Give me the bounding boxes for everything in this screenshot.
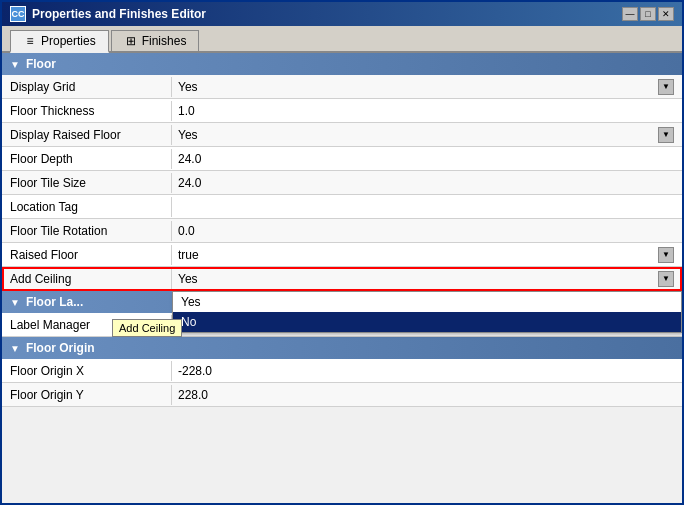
label-display-raised-floor: Display Raised Floor <box>2 125 172 145</box>
floor-label-section-label: Floor La... <box>26 295 83 309</box>
input-floor-depth[interactable] <box>176 151 678 167</box>
section-floor-header[interactable]: ▼ Floor <box>2 53 682 75</box>
select-wrapper-display-grid: Yes ▼ <box>176 79 678 95</box>
value-raised-floor: true ▼ <box>172 245 682 265</box>
property-row-floor-origin-y: Floor Origin Y <box>2 383 682 407</box>
title-bar-left: CC Properties and Finishes Editor <box>10 6 206 22</box>
label-floor-tile-rotation: Floor Tile Rotation <box>2 221 172 241</box>
label-floor-tile-size: Floor Tile Size <box>2 173 172 193</box>
label-floor-origin-y: Floor Origin Y <box>2 385 172 405</box>
tab-bar: ≡ Properties ⊞ Finishes <box>2 26 682 53</box>
property-row-display-grid: Display Grid Yes ▼ <box>2 75 682 99</box>
input-floor-thickness[interactable] <box>176 103 678 119</box>
tab-properties-label: Properties <box>41 34 96 48</box>
value-floor-origin-x <box>172 361 682 381</box>
app-icon: CC <box>10 6 26 22</box>
input-floor-origin-x[interactable] <box>176 363 678 379</box>
close-button[interactable]: ✕ <box>658 7 674 21</box>
property-row-floor-depth: Floor Depth <box>2 147 682 171</box>
label-floor-thickness: Floor Thickness <box>2 101 172 121</box>
label-add-ceiling: Add Ceiling <box>2 269 172 289</box>
dropdown-item-no[interactable]: No <box>173 312 681 332</box>
main-window: CC Properties and Finishes Editor — □ ✕ … <box>0 0 684 505</box>
property-row-location-tag: Location Tag <box>2 195 682 219</box>
window-controls: — □ ✕ <box>622 7 674 21</box>
value-floor-depth <box>172 149 682 169</box>
add-ceiling-tooltip: Add Ceiling <box>112 319 182 337</box>
display-raised-floor-dropdown-arrow[interactable]: ▼ <box>658 127 674 143</box>
tab-finishes[interactable]: ⊞ Finishes <box>111 30 200 51</box>
value-floor-thickness <box>172 101 682 121</box>
add-ceiling-dropdown-arrow[interactable]: ▼ <box>658 271 674 287</box>
value-floor-origin-y <box>172 385 682 405</box>
label-location-tag: Location Tag <box>2 197 172 217</box>
floor-origin-section-arrow: ▼ <box>10 343 20 354</box>
floor-origin-section-label: Floor Origin <box>26 341 95 355</box>
minimize-button[interactable]: — <box>622 7 638 21</box>
floor-label-section-arrow: ▼ <box>10 297 20 308</box>
property-row-display-raised-floor: Display Raised Floor Yes ▼ <box>2 123 682 147</box>
add-ceiling-dropdown: Yes No <box>172 291 682 333</box>
property-row-floor-tile-rotation: Floor Tile Rotation <box>2 219 682 243</box>
title-bar: CC Properties and Finishes Editor — □ ✕ <box>2 2 682 26</box>
property-row-raised-floor: Raised Floor true ▼ <box>2 243 682 267</box>
label-floor-depth: Floor Depth <box>2 149 172 169</box>
tab-finishes-label: Finishes <box>142 34 187 48</box>
floor-section-label: Floor <box>26 57 56 71</box>
property-row-floor-thickness: Floor Thickness <box>2 99 682 123</box>
label-floor-origin-x: Floor Origin X <box>2 361 172 381</box>
property-row-floor-origin-x: Floor Origin X <box>2 359 682 383</box>
raised-floor-value: true <box>176 247 678 263</box>
label-raised-floor: Raised Floor <box>2 245 172 265</box>
select-wrapper-add-ceiling: Yes ▼ <box>176 271 678 287</box>
value-floor-tile-rotation <box>172 221 682 241</box>
floor-section-arrow: ▼ <box>10 59 20 70</box>
add-ceiling-value: Yes <box>176 271 678 287</box>
value-add-ceiling: Yes ▼ <box>172 269 682 289</box>
input-location-tag[interactable] <box>176 199 678 215</box>
value-location-tag <box>172 197 682 217</box>
value-display-grid: Yes ▼ <box>172 77 682 97</box>
bottom-spacer <box>2 407 682 415</box>
input-floor-tile-size[interactable] <box>176 175 678 191</box>
display-grid-value: Yes <box>176 79 678 95</box>
maximize-button[interactable]: □ <box>640 7 656 21</box>
section-floor-origin-header[interactable]: ▼ Floor Origin <box>2 337 682 359</box>
window-title: Properties and Finishes Editor <box>32 7 206 21</box>
value-display-raised-floor: Yes ▼ <box>172 125 682 145</box>
tab-properties[interactable]: ≡ Properties <box>10 30 109 53</box>
select-wrapper-raised-floor: Yes ▼ <box>176 127 678 143</box>
input-floor-origin-y[interactable] <box>176 387 678 403</box>
finishes-tab-icon: ⊞ <box>124 34 138 48</box>
input-floor-tile-rotation[interactable] <box>176 223 678 239</box>
display-raised-floor-value: Yes <box>176 127 678 143</box>
properties-tab-icon: ≡ <box>23 34 37 48</box>
raised-floor-dropdown-arrow[interactable]: ▼ <box>658 247 674 263</box>
dropdown-item-yes[interactable]: Yes <box>173 292 681 312</box>
value-floor-tile-size <box>172 173 682 193</box>
property-row-floor-tile-size: Floor Tile Size <box>2 171 682 195</box>
property-row-add-ceiling: Add Ceiling Yes ▼ <box>2 267 682 291</box>
content-area: ▼ Floor Display Grid Yes ▼ Floor Thickne… <box>2 53 682 503</box>
label-display-grid: Display Grid <box>2 77 172 97</box>
display-grid-dropdown-arrow[interactable]: ▼ <box>658 79 674 95</box>
select-wrapper-raised-floor-val: true ▼ <box>176 247 678 263</box>
